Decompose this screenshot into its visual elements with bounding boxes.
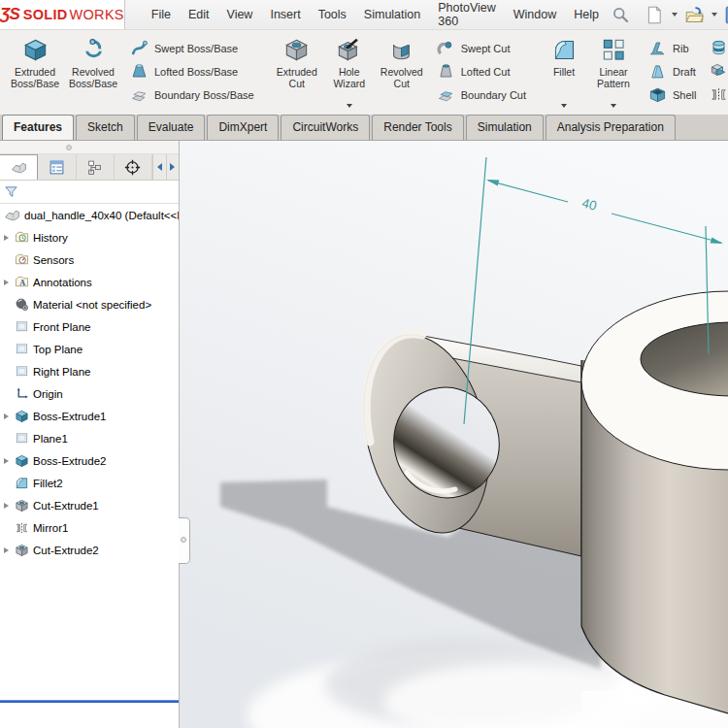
rib-button[interactable]: Rib [645, 37, 700, 59]
expand-arrow-icon[interactable] [4, 414, 13, 419]
brand-solid: SOLID [23, 7, 68, 22]
open-document-button[interactable] [683, 3, 706, 27]
menu-view[interactable]: View [218, 4, 262, 25]
dimension-value[interactable]: 40 [580, 195, 598, 213]
search-button[interactable] [610, 3, 632, 27]
button-label: Shell [673, 89, 696, 101]
lofted-boss-icon [130, 62, 149, 81]
part-icon [11, 159, 27, 176]
tab-features[interactable]: Features [2, 115, 74, 140]
menu-simulation[interactable]: Simulation [355, 4, 429, 25]
menu-edit[interactable]: Edit [180, 4, 218, 25]
tree-root-part[interactable]: dual_handle_40x40 (Default<<D [0, 204, 179, 226]
menu-photoview-360[interactable]: PhotoView 360 [429, 0, 505, 32]
linear-pattern-dropdown-icon[interactable] [611, 104, 616, 108]
hole-wizard-button[interactable]: Hole Wizard [324, 32, 375, 112]
expand-arrow-icon[interactable] [4, 458, 13, 464]
tab-sketch[interactable]: Sketch [76, 115, 135, 140]
intersect-button[interactable]: Intersect [706, 60, 728, 83]
tree-item-boss-extrude2[interactable]: Boss-Extrude2 [0, 449, 179, 472]
tree-item-annotations[interactable]: Annotations [0, 271, 179, 293]
lofted-boss-base-button[interactable]: Lofted Boss/Base [126, 60, 258, 83]
property-manager-tab[interactable] [38, 154, 76, 180]
button-label: Swept Boss/Base [154, 43, 238, 54]
tree-item-fillet2[interactable]: Fillet2 [0, 472, 179, 494]
open-document-dropdown-icon[interactable] [711, 13, 717, 17]
lofted-cut-icon [437, 62, 455, 81]
boundary-cut-button[interactable]: Boundary Cut [433, 83, 530, 106]
tree-item-sensors[interactable]: Sensors [0, 248, 179, 271]
shell-button[interactable]: Shell [645, 83, 700, 106]
menu-file[interactable]: File [143, 4, 180, 25]
extruded-cut-icon [283, 37, 310, 63]
revolved-cut-button[interactable]: Revolved Cut [375, 32, 429, 112]
hole-wizard-icon [336, 37, 362, 63]
tab-evaluate[interactable]: Evaluate [137, 115, 206, 140]
new-document-icon [645, 5, 665, 25]
draft-button[interactable]: Draft [645, 60, 700, 83]
menu-window[interactable]: Window [505, 4, 565, 25]
menu-help[interactable]: Help [565, 4, 608, 25]
boundary-boss-base-button[interactable]: Boundary Boss/Base [126, 83, 258, 106]
tree-filter-row [0, 181, 179, 204]
history-folder-icon [15, 230, 29, 245]
manager-tab-scroll-right[interactable] [166, 154, 179, 180]
expand-arrow-icon[interactable] [4, 280, 13, 285]
new-document-dropdown-icon[interactable] [672, 13, 678, 17]
panel-splitter-handle[interactable] [179, 517, 190, 564]
tab-dimxpert[interactable]: DimXpert [207, 115, 279, 140]
graphics-viewport[interactable]: 40 [180, 141, 728, 728]
button-label: Rib [673, 43, 689, 54]
tab-render-tools[interactable]: Render Tools [372, 115, 464, 140]
tab-circuitworks[interactable]: CircuitWorks [281, 115, 370, 140]
button-label: Lofted Cut [461, 66, 511, 78]
menu-tools[interactable]: Tools [310, 4, 355, 25]
tree-item-top-plane[interactable]: Top Plane [0, 338, 179, 360]
menu-insert[interactable]: Insert [261, 4, 309, 25]
tree-item-front-plane[interactable]: Front Plane [0, 315, 179, 338]
expand-arrow-icon[interactable] [4, 235, 13, 241]
tab-simulation[interactable]: Simulation [466, 115, 544, 140]
swept-boss-base-button[interactable]: Swept Boss/Base [126, 37, 258, 59]
material-icon [15, 297, 29, 312]
hole-wizard-dropdown-icon[interactable] [347, 104, 352, 108]
expand-arrow-icon[interactable] [4, 547, 13, 553]
revolved-boss-base-button[interactable]: Revolved Boss/Base [64, 32, 122, 112]
tree-filter-input[interactable] [18, 182, 179, 202]
lofted-cut-button[interactable]: Lofted Cut [433, 60, 530, 83]
button-label: Revolved Cut [375, 66, 429, 89]
tree-item-cut-extrude1[interactable]: Cut-Extrude1 [0, 494, 179, 516]
save-button[interactable] [723, 3, 728, 27]
fillet-dropdown-icon[interactable] [561, 104, 567, 108]
boss-extrude-icon [15, 453, 29, 468]
tree-item-right-plane[interactable]: Right Plane [0, 360, 179, 382]
fillet-button[interactable]: Fillet [542, 32, 586, 112]
tree-item-mirror1[interactable]: Mirror1 [0, 516, 179, 539]
mirror-button[interactable]: Mirror [706, 83, 728, 106]
feature-manager-tab[interactable] [0, 154, 38, 180]
linear-pattern-button[interactable]: Linear Pattern [586, 32, 641, 112]
panel-grip[interactable] [0, 141, 179, 154]
cut-extrude-icon [15, 498, 29, 513]
wrap-button[interactable]: Wrap [706, 37, 728, 59]
partial-tab-icon [142, 154, 157, 159]
extruded-boss-base-button[interactable]: Extruded Boss/Base [6, 32, 64, 112]
tree-item-material[interactable]: Material <not specified> [0, 293, 179, 315]
mirror-feature-icon [15, 520, 29, 535]
tree-item-cut-extrude2[interactable]: Cut-Extrude2 [0, 539, 179, 561]
expand-arrow-icon[interactable] [4, 503, 13, 509]
ds-logo-mark: ƷS [0, 5, 19, 24]
tree-item-origin[interactable]: Origin [0, 382, 179, 405]
extruded-cut-button[interactable]: Extruded Cut [270, 32, 324, 112]
tree-item-history[interactable]: History [0, 226, 179, 248]
tree-item-boss-extrude1[interactable]: Boss-Extrude1 [0, 405, 179, 427]
swept-cut-button[interactable]: Swept Cut [433, 37, 530, 59]
quick-access-toolbar [644, 3, 728, 27]
search-icon [611, 5, 631, 25]
new-document-button[interactable] [644, 3, 666, 27]
tab-analysis-preparation[interactable]: Analysis Preparation [546, 115, 676, 140]
rollback-bar[interactable] [0, 700, 179, 703]
configuration-manager-tab[interactable] [77, 154, 115, 180]
tree-item-plane1[interactable]: Plane1 [0, 427, 179, 449]
dimension-line-a [488, 181, 568, 202]
